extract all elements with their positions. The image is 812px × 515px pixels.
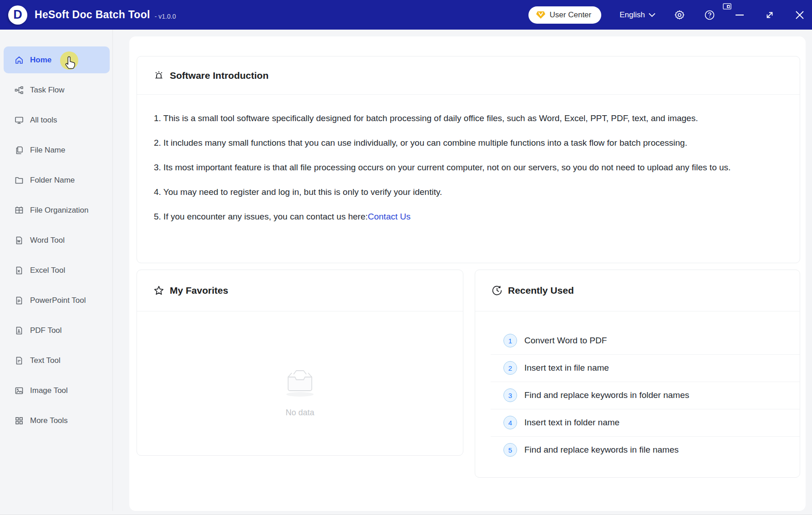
sidebar-item-text-tool[interactable]: Text Tool bbox=[4, 347, 110, 374]
recent-item-4[interactable]: 4 Insert text in folder name bbox=[475, 409, 800, 436]
no-data-label: No data bbox=[285, 408, 314, 418]
intro-line-5: 5. If you encounter any issues, you can … bbox=[154, 209, 782, 224]
recent-item-1[interactable]: 1 Convert Word to PDF bbox=[475, 327, 800, 354]
sidebar-item-home[interactable]: Home bbox=[4, 46, 110, 73]
recently-used-card: Recently Used 1 Convert Word to PDF 2 In… bbox=[475, 270, 800, 478]
sidebar-item-label: All tools bbox=[30, 116, 57, 125]
expand-icon bbox=[765, 10, 775, 20]
sidebar-item-label: PowerPoint Tool bbox=[30, 296, 86, 305]
sidebar-item-pdf-tool[interactable]: PDF Tool bbox=[4, 317, 110, 344]
image-tool-icon bbox=[15, 386, 24, 395]
clock-icon bbox=[492, 285, 502, 296]
rank-badge: 4 bbox=[503, 416, 517, 429]
sidebar-item-label: Excel Tool bbox=[30, 266, 65, 275]
user-center-label: User Center bbox=[550, 10, 592, 20]
more-tools-icon bbox=[15, 416, 24, 425]
task-flow-icon bbox=[15, 86, 24, 95]
sidebar-item-all-tools[interactable]: All tools bbox=[4, 107, 110, 133]
software-introduction-card: Software Introduction 1. This is a small… bbox=[137, 56, 800, 263]
sidebar-item-label: Home bbox=[30, 56, 51, 65]
sidebar-item-label: PDF Tool bbox=[30, 326, 62, 335]
sidebar-item-label: Task Flow bbox=[30, 86, 65, 95]
star-icon bbox=[153, 285, 164, 296]
rank-badge: 5 bbox=[503, 443, 517, 457]
excel-tool-icon bbox=[15, 266, 24, 275]
intro-line-2: 2. It includes many small functions that… bbox=[154, 136, 782, 150]
language-label: English bbox=[619, 10, 645, 20]
rank-badge: 3 bbox=[503, 388, 517, 402]
close-button[interactable] bbox=[794, 9, 806, 21]
app-version: - v1.0.0 bbox=[155, 13, 176, 20]
file-organization-icon bbox=[15, 206, 24, 215]
rank-badge: 2 bbox=[503, 361, 517, 375]
app-title: HeSoft Doc Batch Tool bbox=[35, 9, 150, 21]
contact-us-link[interactable]: Contact Us bbox=[368, 212, 411, 221]
sidebar-item-label: File Organization bbox=[30, 206, 89, 215]
sidebar-item-file-name[interactable]: File Name bbox=[4, 137, 110, 163]
language-dropdown[interactable]: English bbox=[619, 10, 655, 20]
mini-window-icon[interactable] bbox=[723, 3, 731, 11]
empty-box-icon bbox=[283, 368, 317, 400]
sidebar-item-label: Text Tool bbox=[30, 356, 61, 365]
intro-line-1: 1. This is a small tool software specifi… bbox=[154, 111, 782, 126]
rank-badge: 1 bbox=[503, 334, 517, 347]
maximize-button[interactable] bbox=[764, 9, 776, 21]
close-icon bbox=[795, 10, 804, 20]
favorites-empty-state: No data bbox=[137, 311, 463, 455]
sidebar-item-label: Image Tool bbox=[30, 386, 68, 395]
sidebar-item-task-flow[interactable]: Task Flow bbox=[4, 76, 110, 103]
chevron-down-icon bbox=[649, 13, 655, 17]
recent-item-2[interactable]: 2 Insert text in file name bbox=[475, 354, 800, 382]
my-favorites-card: My Favorites No data bbox=[137, 270, 463, 456]
logo-letter: D bbox=[13, 8, 22, 22]
sidebar-item-label: Folder Name bbox=[30, 176, 75, 185]
recent-item-3[interactable]: 3 Find and replace keywords in folder na… bbox=[475, 382, 800, 409]
sidebar-item-label: More Tools bbox=[30, 416, 68, 425]
gear-icon bbox=[674, 10, 685, 20]
card-title: Software Introduction bbox=[170, 70, 269, 81]
help-icon bbox=[704, 10, 715, 20]
sidebar-item-label: Word Tool bbox=[30, 236, 65, 245]
recent-item-label: Find and replace keywords in file names bbox=[524, 445, 679, 455]
intro-line-3: 3. Its most important feature is that al… bbox=[154, 160, 782, 175]
recent-item-5[interactable]: 5 Find and replace keywords in file name… bbox=[475, 436, 800, 464]
siren-icon bbox=[153, 70, 164, 81]
help-button[interactable] bbox=[704, 9, 716, 21]
title-bar: D HeSoft Doc Batch Tool - v1.0.0 User Ce… bbox=[0, 0, 812, 30]
vip-gem-icon bbox=[536, 10, 546, 20]
software-introduction-text: 1. This is a small tool software specifi… bbox=[137, 95, 800, 224]
sidebar-item-file-organization[interactable]: File Organization bbox=[4, 197, 110, 224]
sidebar-item-word-tool[interactable]: Word Tool bbox=[4, 227, 110, 254]
user-center-button[interactable]: User Center bbox=[528, 6, 602, 24]
app-logo: D bbox=[8, 5, 27, 25]
minimize-icon bbox=[735, 14, 744, 16]
sidebar-item-folder-name[interactable]: Folder Name bbox=[4, 167, 110, 194]
minimize-button[interactable] bbox=[734, 9, 746, 21]
recent-item-label: Convert Word to PDF bbox=[524, 336, 607, 346]
text-tool-icon bbox=[15, 356, 24, 365]
settings-button[interactable] bbox=[674, 9, 685, 21]
sidebar: Home Task Flow bbox=[0, 30, 113, 511]
recent-item-label: Insert text in file name bbox=[524, 363, 609, 373]
sidebar-item-more-tools[interactable]: More Tools bbox=[4, 407, 110, 434]
card-title: My Favorites bbox=[170, 285, 228, 296]
recent-item-label: Insert text in folder name bbox=[524, 418, 619, 428]
all-tools-icon bbox=[15, 116, 24, 125]
home-icon bbox=[15, 56, 24, 65]
sidebar-item-powerpoint-tool[interactable]: PowerPoint Tool bbox=[4, 287, 110, 314]
recent-item-label: Find and replace keywords in folder name… bbox=[524, 390, 689, 400]
app-window: D HeSoft Doc Batch Tool - v1.0.0 User Ce… bbox=[0, 0, 812, 515]
powerpoint-tool-icon bbox=[15, 296, 24, 305]
folder-name-icon bbox=[15, 176, 24, 185]
pdf-tool-icon bbox=[15, 326, 24, 335]
intro-line-4: 4. You may need to register and log in, … bbox=[154, 185, 782, 199]
sidebar-item-label: File Name bbox=[30, 146, 65, 155]
sidebar-item-excel-tool[interactable]: Excel Tool bbox=[4, 257, 110, 284]
file-name-icon bbox=[15, 146, 24, 155]
recently-used-list: 1 Convert Word to PDF 2 Insert text in f… bbox=[475, 311, 800, 464]
sidebar-item-image-tool[interactable]: Image Tool bbox=[4, 377, 110, 404]
card-title: Recently Used bbox=[508, 285, 574, 296]
word-tool-icon bbox=[15, 236, 24, 245]
